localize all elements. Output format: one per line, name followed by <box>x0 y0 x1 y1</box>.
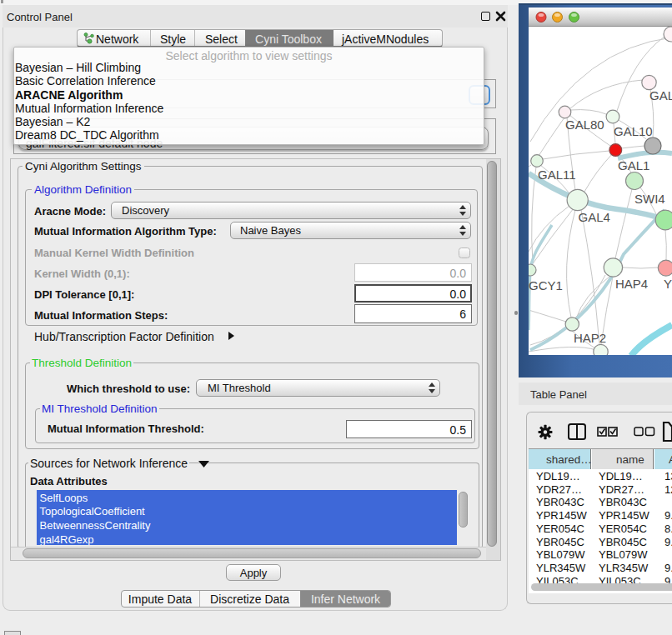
svg-text:HAP2: HAP2 <box>574 331 606 345</box>
svg-text:GAL4: GAL4 <box>579 210 610 224</box>
svg-text:GCY1: GCY1 <box>529 278 563 292</box>
svg-text:Y: Y <box>664 277 672 291</box>
svg-text:GAL1: GAL1 <box>618 158 649 172</box>
svg-text:GAL11: GAL11 <box>538 168 576 182</box>
svg-text:SWI4: SWI4 <box>634 192 665 206</box>
svg-text:GAL2: GAL2 <box>649 88 672 102</box>
svg-text:GAL10: GAL10 <box>614 124 653 138</box>
svg-text:GAL80: GAL80 <box>565 118 604 132</box>
svg-text:HAP4: HAP4 <box>615 277 648 291</box>
